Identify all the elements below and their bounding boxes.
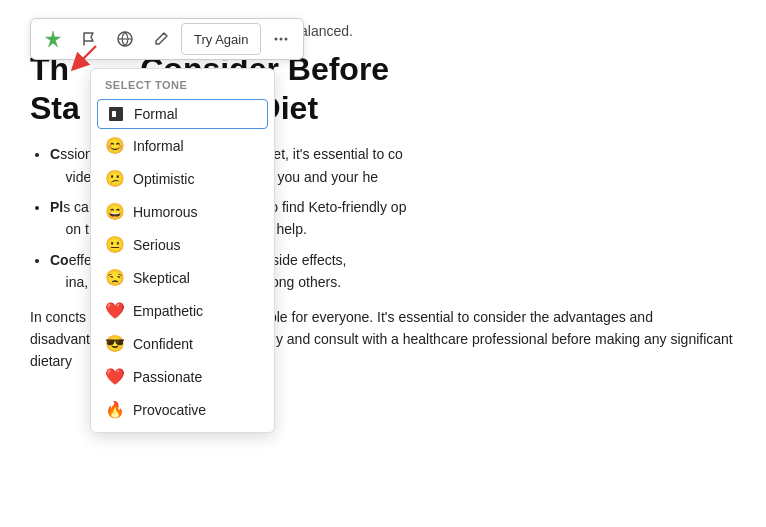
passionate-icon: ❤️ (105, 367, 125, 386)
formal-label: Formal (134, 106, 178, 122)
serious-label: Serious (133, 237, 180, 253)
formal-icon (106, 106, 126, 122)
passionate-label: Passionate (133, 369, 202, 385)
tone-item-formal[interactable]: Formal (97, 99, 268, 129)
tone-item-informal[interactable]: 😊 Informal (91, 129, 274, 162)
skeptical-icon: 😒 (105, 268, 125, 287)
dropdown-header: SELECT TONE (91, 75, 274, 99)
confident-icon: 😎 (105, 334, 125, 353)
skeptical-label: Skeptical (133, 270, 190, 286)
humorous-icon: 😄 (105, 202, 125, 221)
svg-point-2 (280, 38, 283, 41)
empathetic-icon: ❤️ (105, 301, 125, 320)
tone-item-confident[interactable]: 😎 Confident (91, 327, 274, 360)
confident-label: Confident (133, 336, 193, 352)
svg-line-5 (77, 46, 96, 65)
tone-item-serious[interactable]: 😐 Serious (91, 228, 274, 261)
tone-item-empathetic[interactable]: ❤️ Empathetic (91, 294, 274, 327)
tone-item-passionate[interactable]: ❤️ Passionate (91, 360, 274, 393)
title-part3: Sta (30, 90, 80, 126)
informal-label: Informal (133, 138, 184, 154)
globe-button[interactable] (109, 23, 141, 55)
humorous-label: Humorous (133, 204, 198, 220)
tone-item-humorous[interactable]: 😄 Humorous (91, 195, 274, 228)
svg-rect-7 (112, 111, 116, 117)
informal-icon: 😊 (105, 136, 125, 155)
tone-dropdown: SELECT TONE Formal 😊 Informal 😕 Optimist… (90, 68, 275, 433)
tone-item-skeptical[interactable]: 😒 Skeptical (91, 261, 274, 294)
tone-item-provocative[interactable]: 🔥 Provocative (91, 393, 274, 426)
serious-icon: 😐 (105, 235, 125, 254)
svg-point-3 (285, 38, 288, 41)
empathetic-label: Empathetic (133, 303, 203, 319)
optimistic-label: Optimistic (133, 171, 194, 187)
provocative-label: Provocative (133, 402, 206, 418)
provocative-icon: 🔥 (105, 400, 125, 419)
edit-button[interactable] (145, 23, 177, 55)
more-button[interactable] (265, 23, 297, 55)
tone-item-optimistic[interactable]: 😕 Optimistic (91, 162, 274, 195)
optimistic-icon: 😕 (105, 169, 125, 188)
svg-point-1 (275, 38, 278, 41)
try-again-button[interactable]: Try Again (181, 23, 261, 55)
